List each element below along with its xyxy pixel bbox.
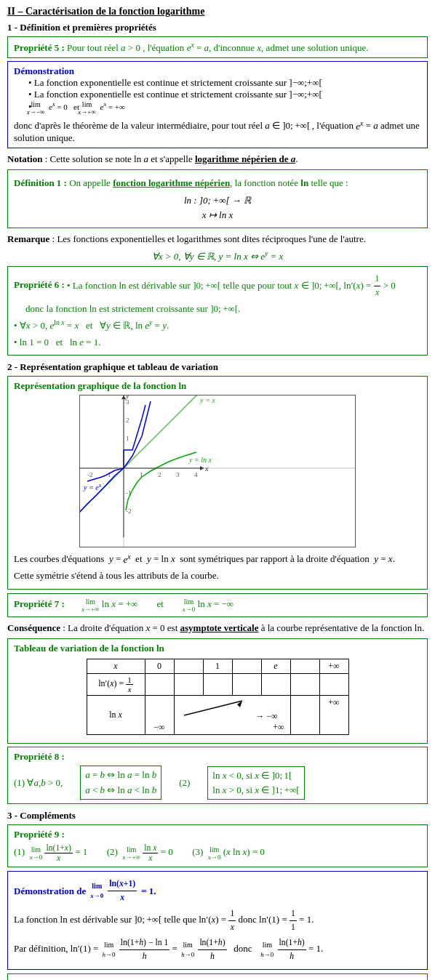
section3-title: 3 - Compléments — [7, 810, 428, 822]
svg-text:x: x — [204, 465, 209, 473]
svg-line-13 — [80, 395, 200, 523]
prop7-box: Propriété 7 : lim x→+∞ ln x = +∞ et lim … — [7, 593, 428, 617]
prop8-content: (1) ∀a,b > 0, a = b ⇔ ln a = ln b a < b … — [14, 766, 421, 800]
demo-text: donc d'après le théorème de la valeur in… — [14, 119, 421, 143]
notation-text: : Cette solution se note ln a et s'appel… — [45, 153, 195, 164]
prop7-lims: lim x→+∞ ln x = +∞ et lim x→0 ln x = −∞ — [81, 598, 234, 609]
remarque-math: ∀x > 0, ∀y ∈ ℝ, y = ln x ⇔ ey = x — [7, 249, 428, 262]
notation-para: Notation : Cette solution se note ln a e… — [7, 152, 428, 166]
demo-bullet3: • lim x→−∞ ex = 0 et lim x→+∞ ex = +∞ — [28, 100, 421, 116]
svg-text:3: 3 — [176, 471, 180, 478]
svg-text:y = ln x: y = ln x — [188, 456, 212, 464]
svg-marker-19 — [200, 466, 204, 470]
graph-desc1: Les courbes d'équations y = ex et y = ln… — [14, 551, 421, 566]
demo-bullet1: • La fonction exponentielle est continue… — [28, 77, 421, 89]
svg-text:y: y — [125, 395, 129, 400]
graph-title: Représentation graphique de la fonction … — [14, 380, 421, 392]
demo-label: Démonstration — [14, 65, 421, 77]
prop6-box: Propriété 6 : • La fonction ln est dériv… — [7, 266, 428, 356]
prop10-box: Propriété 10 : Soit u une fonction dériv… — [7, 973, 428, 980]
def1-box: Définition 1 : On appelle fonction logar… — [7, 169, 428, 228]
graph-box: Représentation graphique de la fonction … — [7, 376, 428, 589]
section1-title: 1 - Définition et premières propriétés — [7, 22, 428, 33]
def1-math2: x ↦ ln x — [14, 209, 421, 221]
def1-math1: ln : ]0; +∞[ → ℝ — [14, 195, 421, 206]
section2-title: 2 - Représentation graphique et tableau … — [7, 361, 428, 373]
prop5-box: Propriété 5 : Pour tout réel a > 0 , l'é… — [7, 36, 428, 58]
prop5-label: Propriété 5 : — [14, 42, 67, 53]
demo2-text2: Par définition, ln′(1) = lim h→0 ln(1+h)… — [14, 936, 421, 963]
remarque-para: Remarque : Les fonctions exponentielles … — [7, 232, 428, 246]
prop8-box: Propriété 8 : (1) ∀a,b > 0, a = b ⇔ ln a… — [7, 747, 428, 804]
notation-label: Notation — [7, 153, 42, 164]
svg-text:y = ex: y = ex — [83, 482, 102, 492]
notation-bold: logarithme népérien de a — [195, 153, 295, 164]
prop6-text4: • ln 1 = 0 et ln e = 1. — [14, 335, 421, 350]
page-title: II – Caractérisation de la fonction loga… — [7, 6, 428, 17]
prop9-lims: (1) lim x→0 ln(1+x)x = 1 (2) lim x→+∞ ln… — [14, 843, 421, 863]
graph-container: -2 -1 1 2 3 4 3 2 1 -1 -2 y = x y = ex — [79, 395, 356, 547]
consequence-para: Conséquence : La droite d'équation x = 0… — [7, 621, 428, 635]
arrow-svg — [180, 697, 253, 719]
variation-box: Tableau de variation de la fonction ln x… — [7, 638, 428, 744]
prop9-box: Propriété 9 : (1) lim x→0 ln(1+x)x = 1 (… — [7, 824, 428, 867]
def1-text: Définition 1 : On appelle fonction logar… — [14, 176, 421, 190]
demo2-label: Démonstration de lim x→0 ln(x+1)x = 1. — [14, 877, 421, 904]
exp-curve — [80, 405, 145, 523]
variation-title: Tableau de variation de la fonction ln — [14, 643, 421, 654]
graph-desc2: Cette symétrie s'étend à tous les attrib… — [14, 569, 421, 583]
demo-box: Démonstration • La fonction exponentiell… — [7, 61, 428, 148]
svg-text:4: 4 — [194, 471, 198, 478]
prop6-text1: Propriété 6 : • La fonction ln est dériv… — [14, 273, 421, 299]
prop6-text2: donc la fonction ln est strictement croi… — [25, 302, 421, 316]
demo2-box: Démonstration de lim x→0 ln(x+1)x = 1. L… — [7, 871, 428, 969]
demo2-text1: La fonction ln est dérivable sur ]0; +∞[… — [14, 907, 421, 933]
svg-text:2: 2 — [126, 417, 129, 424]
svg-text:1: 1 — [126, 435, 129, 442]
graph-svg: -2 -1 1 2 3 4 3 2 1 -1 -2 y = x y = ex — [80, 395, 356, 547]
prop5-text: Pour tout réel a > 0 , l'équation ex = a… — [67, 42, 368, 53]
variation-table: x 0 1 e +∞ ln′(x) = 1x ln x −∞ — [87, 659, 349, 735]
svg-text:2: 2 — [158, 471, 161, 478]
svg-text:y = x: y = x — [199, 396, 215, 404]
demo-bullet2: • La fonction exponentielle est continue… — [28, 89, 421, 100]
svg-line-23 — [184, 701, 242, 715]
svg-text:-2: -2 — [87, 471, 93, 478]
prop6-text3: • ∀x > 0, eln x = x et ∀y ∈ ℝ, ln ey = y… — [14, 318, 421, 333]
